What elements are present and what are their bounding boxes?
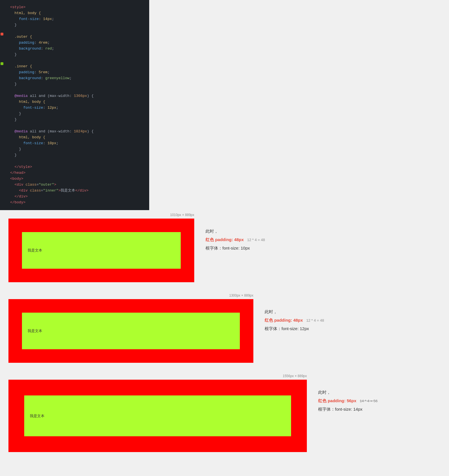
code-content-13: } [10, 81, 147, 87]
code-line-7: background: red; [0, 46, 149, 52]
code-content-23: font-size: 10px; [10, 141, 147, 146]
inner-box-3: 我是文本 [24, 395, 291, 436]
code-line-3: } [0, 22, 149, 28]
top-section: <style> html, body { font-size: 14px; } … [0, 0, 449, 210]
code-line-28: </head> [0, 170, 149, 176]
exp2-line1-label: 红色 padding: 48px [265, 318, 303, 322]
code-content-22: html, body { [10, 135, 147, 141]
exp2-line1-math: 12 * 4 = 48 [306, 318, 324, 322]
inner-text-2: 我是文本 [28, 328, 42, 333]
demo-container-2: 1300px × 889px 我是文本 此时， 红色 padding: 48px… [0, 299, 449, 363]
inner-text-1: 我是文本 [28, 248, 42, 253]
code-content-24: } [10, 146, 147, 152]
code-line-20 [0, 123, 149, 129]
code-content-28: </head> [10, 170, 147, 176]
exp3-line1: 红色 padding: 56px 14 * 4 = 56 [318, 397, 377, 405]
code-line-21: @media all and (max-width: 1024px) { [0, 129, 149, 135]
code-line-15: @media all and (max-width: 1366px) { [0, 93, 149, 99]
code-content-21: @media all and (max-width: 1024px) { [10, 129, 147, 135]
code-editor: <style> html, body { font-size: 14px; } … [0, 0, 149, 210]
inner-box-2: 我是文本 [22, 313, 240, 349]
size-label-2: 1300px × 889px [229, 293, 253, 297]
demo-row-2: 1300px × 889px 我是文本 此时， 红色 padding: 48px… [0, 291, 449, 371]
exp3-prefix: 此时， [318, 388, 377, 397]
outer-box-3: 1556px × 889px 我是文本 [8, 380, 307, 452]
code-content-29: <body> [10, 176, 147, 182]
code-line-0: <style> [0, 5, 149, 10]
code-content-8: } [10, 52, 147, 58]
exp3-line1-label: 红色 padding: 56px [318, 398, 356, 403]
code-content-5: .outer { [10, 34, 147, 40]
code-content-3: } [10, 22, 147, 28]
code-line-14 [0, 87, 149, 93]
code-line-5: .outer { [0, 34, 149, 40]
code-content-17: font-size: 12px; [10, 105, 147, 111]
code-line-24: } [0, 146, 149, 152]
code-line-29: <body> [0, 176, 149, 182]
code-line-12: background: greenyellow; [0, 75, 149, 81]
code-line-19: } [0, 117, 149, 123]
code-line-32: </div> [0, 194, 149, 200]
code-content-16: html, body { [10, 99, 147, 105]
explanation-1: 此时， 红色 padding: 48px 12 * 4 = 48 根字体：fon… [205, 219, 265, 282]
explanation-3: 此时， 红色 padding: 56px 14 * 4 = 56 根字体：fon… [318, 380, 377, 452]
code-line-25: } [0, 152, 149, 158]
code-line-31: <div class="inner">我是文本</div> [0, 188, 149, 194]
outer-box-1: 1010px × 889px 我是文本 [8, 219, 194, 282]
code-line-13: } [0, 81, 149, 87]
outer-box-2: 1300px × 889px 我是文本 [8, 299, 253, 363]
code-content-19: } [10, 117, 147, 123]
code-line-16: html, body { [0, 99, 149, 105]
code-line-6: padding: 4rem; [0, 40, 149, 46]
code-line-30: <div class="outer"> [0, 182, 149, 188]
code-content-11: padding: 5rem; [10, 70, 147, 75]
exp2-line2: 根字体：font-size: 12px [265, 324, 324, 333]
code-content-2: font-size: 14px; [10, 16, 147, 22]
exp3-line1-math: 14 * 4 = 56 [360, 399, 377, 403]
code-line-1: html, body { [0, 10, 149, 16]
code-content-30: <div class="outer"> [10, 182, 147, 188]
code-line-18: } [0, 111, 149, 117]
code-line-33: </body> [0, 200, 149, 206]
code-line-10: .inner { [0, 64, 149, 70]
code-line-9 [0, 58, 149, 64]
code-line-26 [0, 158, 149, 164]
size-label-3: 1556px × 889px [283, 374, 307, 378]
demo-container-3: 1556px × 889px 我是文本 此时， 红色 padding: 56px… [0, 380, 449, 452]
exp1-line1: 红色 padding: 48px 12 * 4 = 48 [205, 235, 265, 244]
exp2-line1: 红色 padding: 48px 12 * 4 = 48 [265, 316, 324, 324]
code-line-17: font-size: 12px; [0, 105, 149, 111]
code-content-33: </body> [10, 200, 147, 206]
code-content-10: .inner { [10, 64, 147, 70]
exp1-prefix: 此时， [205, 227, 265, 235]
code-line-8: } [0, 52, 149, 58]
code-content-7: background: red; [10, 46, 147, 52]
code-content-27: </style> [10, 164, 147, 170]
code-content-1: html, body { [10, 10, 147, 16]
exp1-line1-label: 红色 padding: 48px [205, 237, 244, 242]
demo-row-1: 1010px × 889px 我是文本 此时， 红色 padding: 48px… [0, 210, 449, 291]
code-line-4 [0, 28, 149, 34]
exp1-line2: 根字体：font-size: 10px [205, 244, 265, 252]
code-content-18: } [10, 111, 147, 117]
code-content-32: </div> [10, 194, 147, 200]
code-line-22: html, body { [0, 135, 149, 141]
code-content-15: @media all and (max-width: 1366px) { [10, 93, 147, 99]
demo-container-1: 1010px × 889px 我是文本 此时， 红色 padding: 48px… [0, 219, 449, 282]
exp2-prefix: 此时， [265, 308, 324, 316]
code-line-2: font-size: 14px; [0, 16, 149, 22]
code-content-31: <div class="inner">我是文本</div> [10, 188, 147, 194]
code-content-6: padding: 4rem; [10, 40, 147, 46]
explanation-2: 此时， 红色 padding: 48px 12 * 4 = 48 根字体：fon… [265, 299, 324, 363]
exp1-line1-math: 12 * 4 = 48 [247, 238, 265, 242]
code-line-23: font-size: 10px; [0, 141, 149, 146]
size-label-1: 1010px × 889px [170, 213, 194, 217]
inner-box-1: 我是文本 [22, 232, 181, 269]
code-line-27: </style> [0, 164, 149, 170]
code-line-11: padding: 5rem; [0, 70, 149, 75]
demo-row-3: 1556px × 889px 我是文本 此时， 红色 padding: 56px… [0, 371, 449, 463]
exp3-line2: 根字体：font-size: 14px [318, 405, 377, 413]
code-content-25: } [10, 152, 147, 158]
code-content-12: background: greenyellow; [10, 75, 147, 81]
code-content-0: <style> [10, 5, 147, 10]
